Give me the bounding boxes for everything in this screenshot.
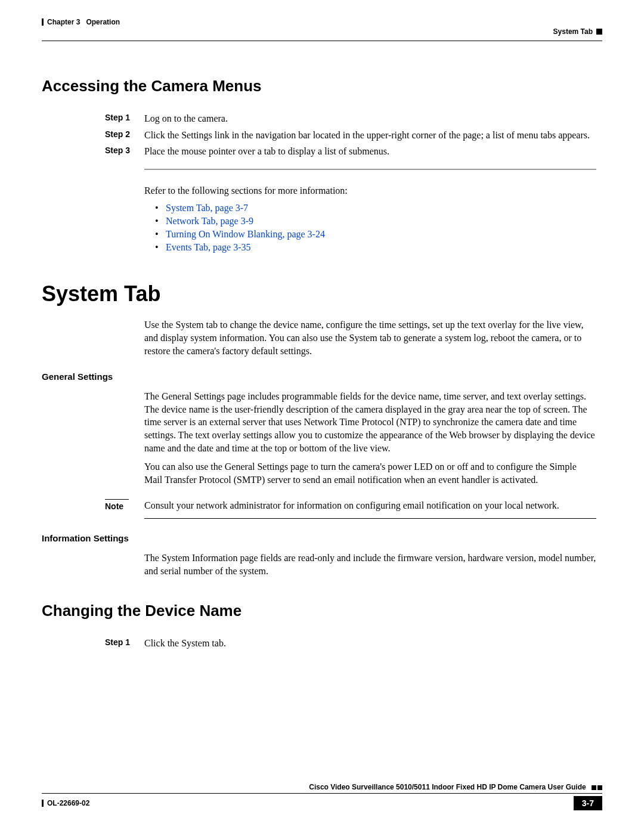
header-bar-icon: [42, 18, 44, 26]
step-row: Step 3 Place the mouse pointer over a ta…: [105, 145, 596, 158]
footer-rule: [42, 793, 602, 794]
heading-information-settings: Information Settings: [42, 533, 596, 543]
general-settings-p2: You can also use the General Settings pa…: [144, 460, 596, 486]
footer-bar-icon: [42, 800, 44, 807]
doc-id: OL-22669-02: [47, 799, 89, 807]
note-text: Consult your network administrator for i…: [144, 499, 596, 512]
heading-general-settings: General Settings: [42, 371, 596, 382]
chapter-label: Chapter 3: [47, 18, 80, 26]
system-tab-intro: Use the System tab to change the device …: [144, 318, 596, 357]
header-rule: [42, 41, 602, 41]
cross-ref-link[interactable]: Events Tab, page 3-35: [166, 242, 251, 252]
note-block: Note Consult your network administrator …: [105, 499, 596, 512]
heading-accessing-menus: Accessing the Camera Menus: [42, 77, 596, 95]
divider: [144, 169, 596, 170]
cross-ref-link[interactable]: System Tab, page 3-7: [166, 203, 248, 213]
footer-guide-title: Cisco Video Surveillance 5010/5011 Indoo…: [42, 783, 602, 792]
page-header: Chapter 3 Operation: [42, 18, 602, 26]
step-row: Step 1 Log on to the camera.: [105, 112, 596, 125]
steps-block-2: Step 1 Click the System tab.: [105, 637, 596, 650]
cross-ref-list: System Tab, page 3-7 Network Tab, page 3…: [155, 203, 596, 253]
step-row: Step 2 Click the Settings link in the na…: [105, 129, 596, 142]
document-page: Chapter 3 Operation System Tab Accessing…: [0, 0, 644, 833]
step-text: Log on to the camera.: [144, 112, 596, 125]
page-content: Accessing the Camera Menus Step 1 Log on…: [42, 77, 602, 649]
heading-changing-device-name: Changing the Device Name: [42, 602, 596, 620]
steps-block-1: Step 1 Log on to the camera. Step 2 Clic…: [105, 112, 596, 253]
chapter-title: Operation: [86, 18, 120, 26]
page-number: 3-7: [574, 796, 602, 810]
guide-title-text: Cisco Video Surveillance 5010/5011 Indoo…: [309, 783, 586, 791]
list-item: Events Tab, page 3-35: [155, 242, 596, 253]
list-item: Network Tab, page 3-9: [155, 216, 596, 227]
step-text: Place the mouse pointer over a tab to di…: [144, 145, 596, 158]
list-item: Turning On Window Blanking, page 3-24: [155, 229, 596, 240]
step-text: Click the System tab.: [144, 637, 596, 650]
list-item: System Tab, page 3-7: [155, 203, 596, 213]
square-icon: [592, 785, 596, 790]
note-rule: [144, 518, 596, 519]
footer-left: OL-22669-02: [42, 799, 89, 807]
step-label: Step 3: [105, 145, 144, 158]
step-label: Step 1: [105, 112, 144, 125]
step-label: Step 1: [105, 637, 144, 650]
step-label: Step 2: [105, 129, 144, 142]
step-row: Step 1 Click the System tab.: [105, 637, 596, 650]
information-settings-p1: The System Information page fields are r…: [144, 552, 596, 577]
page-header-row2: System Tab: [42, 27, 602, 36]
step-text: Click the Settings link in the navigatio…: [144, 129, 596, 142]
note-label: Note: [105, 499, 129, 511]
heading-system-tab: System Tab: [42, 281, 596, 306]
cross-ref-link[interactable]: Network Tab, page 3-9: [166, 216, 253, 226]
page-footer: Cisco Video Surveillance 5010/5011 Indoo…: [42, 783, 602, 810]
refer-text: Refer to the following sections for more…: [144, 184, 596, 197]
cross-ref-link[interactable]: Turning On Window Blanking, page 3-24: [166, 229, 325, 239]
section-label: System Tab: [553, 27, 593, 36]
header-left: Chapter 3 Operation: [42, 18, 120, 26]
square-icon: [596, 29, 602, 35]
header-right: System Tab: [553, 27, 602, 36]
square-icon: [597, 785, 602, 790]
general-settings-p1: The General Settings page includes progr…: [144, 390, 596, 454]
